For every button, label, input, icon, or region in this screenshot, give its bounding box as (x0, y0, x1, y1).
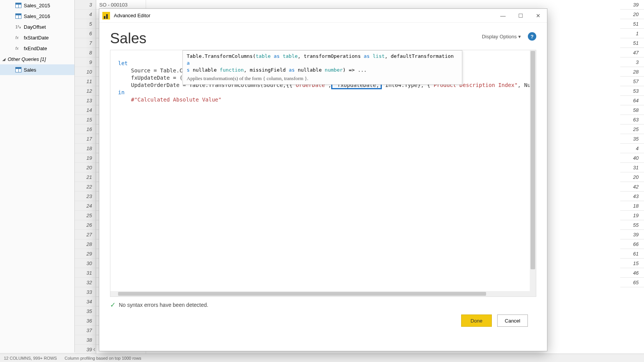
advanced-editor-dialog: Advanced Editor ― ☐ ✕ Sales Display Opti… (99, 8, 547, 351)
close-button[interactable]: ✕ (529, 9, 547, 23)
row-number[interactable]: 14 (75, 105, 96, 115)
row-number[interactable]: 18 (75, 144, 96, 153)
value-cell[interactable]: 28 (620, 67, 644, 77)
chevron-down-icon: ▾ (518, 34, 521, 39)
row-number[interactable]: 9 (75, 57, 96, 67)
horizontal-scrollbar[interactable] (110, 291, 530, 296)
row-number[interactable]: 20 (75, 163, 96, 172)
row-number[interactable]: 16 (75, 124, 96, 134)
display-options-label: Display Options (482, 34, 517, 39)
value-cell[interactable]: 64 (620, 96, 644, 105)
row-number[interactable]: 15 (75, 115, 96, 124)
row-number[interactable]: 6 (75, 29, 96, 38)
powerbi-logo-icon (102, 12, 110, 20)
value-cell[interactable]: 61 (620, 249, 644, 259)
query-label: Sales (24, 67, 36, 73)
value-cell[interactable]: 1 (620, 29, 644, 38)
query-item-sales2015[interactable]: Sales_2015 (0, 0, 74, 11)
query-group-other[interactable]: ◢ Other Queries [1] (0, 54, 74, 64)
done-button[interactable]: Done (461, 314, 492, 327)
value-cell[interactable]: 58 (620, 105, 644, 115)
value-cell[interactable]: 4 (620, 144, 644, 153)
value-cell[interactable]: 43 (620, 192, 644, 201)
value-cell[interactable]: 18 (620, 201, 644, 211)
value-cell[interactable]: 19 (620, 211, 644, 220)
row-number[interactable]: 23 (75, 192, 96, 201)
dialog-title: Advanced Editor (114, 13, 150, 18)
row-number[interactable]: 24 (75, 201, 96, 211)
value-cell[interactable]: 42 (620, 182, 644, 192)
code-editor[interactable]: let Source = Table.Com fxUpdateDate = (c… (110, 50, 536, 297)
row-number[interactable]: 36 (75, 316, 96, 326)
cancel-button[interactable]: Cancel (497, 314, 528, 327)
value-cell[interactable]: 3 (620, 57, 644, 67)
tooltip-description: Applies transformation(s) of the form { … (187, 75, 458, 82)
value-cell[interactable]: 46 (620, 268, 644, 278)
help-icon[interactable]: ? (528, 32, 536, 41)
function-icon: fx (15, 35, 21, 40)
row-number[interactable]: 33 (75, 287, 96, 297)
collapse-icon[interactable]: ◢ (2, 57, 5, 61)
value-cell[interactable]: 35 (620, 134, 644, 144)
value-cell[interactable]: 15 (620, 259, 644, 268)
row-number[interactable]: 38 (75, 335, 96, 345)
row-number[interactable]: 12 (75, 86, 96, 96)
row-number[interactable]: 31 (75, 268, 96, 278)
row-number[interactable]: 29 (75, 249, 96, 259)
vertical-scrollbar[interactable] (530, 50, 536, 296)
value-cell[interactable]: 40 (620, 153, 644, 163)
query-item-fxenddate[interactable]: fx fxEndDate (0, 43, 74, 54)
row-number[interactable]: 11 (75, 77, 96, 86)
row-number[interactable]: 7 (75, 38, 96, 48)
value-cell[interactable]: 39 (620, 0, 644, 10)
row-number[interactable]: 17 (75, 134, 96, 144)
minimize-button[interactable]: ― (494, 9, 512, 23)
row-number[interactable]: 28 (75, 239, 96, 249)
keyword-let: let (118, 60, 128, 66)
code-result-line: #"Calculated Absolute Value" (118, 97, 222, 103)
maximize-button[interactable]: ☐ (512, 9, 529, 23)
value-cell[interactable]: 66 (620, 239, 644, 249)
dialog-titlebar[interactable]: Advanced Editor ― ☐ ✕ (99, 9, 547, 23)
display-options-dropdown[interactable]: Display Options ▾ (482, 34, 521, 39)
row-number[interactable]: 8 (75, 48, 96, 57)
value-cell[interactable]: 63 (620, 115, 644, 124)
value-cell[interactable]: 20 (620, 172, 644, 182)
value-cell[interactable]: 47 (620, 48, 644, 57)
row-number[interactable]: 10 (75, 67, 96, 77)
code-source-line: Source = Table.Com (118, 67, 189, 74)
row-number[interactable]: 3 (75, 0, 96, 10)
row-number[interactable]: 34 (75, 297, 96, 306)
query-group-label: Other Queries [1] (8, 56, 46, 62)
value-cell[interactable]: 53 (620, 86, 644, 96)
row-number[interactable]: 22 (75, 182, 96, 192)
value-cell[interactable]: 25 (620, 124, 644, 134)
value-cell[interactable]: 65 (620, 278, 644, 287)
row-number[interactable]: 35 (75, 306, 96, 316)
value-cell[interactable]: 55 (620, 220, 644, 230)
row-number[interactable]: 25 (75, 211, 96, 220)
value-cell[interactable]: 51 (620, 19, 644, 29)
row-number[interactable]: 4 (75, 10, 96, 19)
row-number[interactable]: 19 (75, 153, 96, 163)
value-cell[interactable]: 31 (620, 163, 644, 172)
value-cell[interactable]: 20 (620, 10, 644, 19)
query-item-sales[interactable]: Sales (0, 64, 74, 75)
value-cell[interactable]: 57 (620, 77, 644, 86)
row-number[interactable]: 21 (75, 172, 96, 182)
row-number[interactable]: 5 (75, 19, 96, 29)
value-cell[interactable]: 39 (620, 230, 644, 239)
row-number[interactable]: 37 (75, 326, 96, 335)
value-cell[interactable]: 51 (620, 38, 644, 48)
table-icon (15, 67, 21, 72)
row-number[interactable]: 26 (75, 220, 96, 230)
query-item-sales2016[interactable]: Sales_2016 (0, 11, 74, 21)
query-label: Sales_2015 (24, 3, 50, 8)
query-item-fxstartdate[interactable]: fx fxStartDate (0, 32, 74, 43)
row-number[interactable]: 27 (75, 230, 96, 239)
row-number[interactable]: 13 (75, 96, 96, 105)
row-number[interactable]: 39 (75, 345, 96, 354)
row-number[interactable]: 32 (75, 278, 96, 287)
row-number[interactable]: 30 (75, 259, 96, 268)
query-item-dayoffset[interactable]: 1²₃ DayOffset (0, 21, 74, 32)
